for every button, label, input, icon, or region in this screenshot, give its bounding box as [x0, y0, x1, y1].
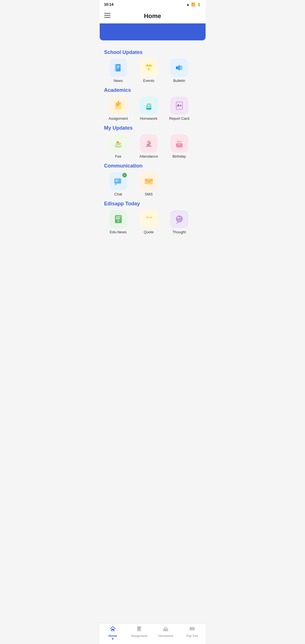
- attendance-item[interactable]: Attendance: [135, 134, 163, 158]
- events-label: Events: [143, 79, 154, 83]
- svg-rect-42: [116, 180, 119, 180]
- svg-point-54: [177, 217, 179, 219]
- bottom-navigation: Home Assignment Homework: [100, 623, 206, 644]
- top-header: Home: [100, 9, 206, 23]
- thought-label: Thought: [173, 230, 186, 234]
- reportcard-label: Report Card: [169, 116, 189, 121]
- svg-rect-9: [145, 65, 152, 67]
- chat-item[interactable]: ✓ Chat: [104, 172, 132, 196]
- homework-icon-bg: [140, 97, 158, 115]
- events-item[interactable]: ★ Events: [135, 59, 163, 83]
- edunews-item[interactable]: e Edu-News: [104, 210, 132, 234]
- svg-rect-24: [147, 108, 151, 109]
- bulletin-icon-bg: [170, 59, 188, 77]
- svg-point-20: [118, 101, 119, 103]
- svg-rect-7: [117, 68, 119, 68]
- svg-point-57: [177, 223, 177, 224]
- page-title: Home: [144, 12, 161, 20]
- sms-item[interactable]: SMS: [135, 172, 163, 196]
- svg-text:TS: TS: [116, 142, 119, 143]
- svg-rect-40: [180, 141, 180, 144]
- svg-text:": ": [149, 215, 152, 222]
- svg-rect-23: [148, 107, 149, 108]
- svg-rect-12: [150, 64, 151, 66]
- communication-section: Communication ✓ Chat: [104, 163, 201, 196]
- nav-assignment-label: Assignment: [131, 634, 147, 638]
- birthday-item[interactable]: Birthday: [165, 134, 193, 158]
- quote-label: Quote: [144, 230, 154, 234]
- payfee-nav-icon: [189, 626, 195, 634]
- nav-home-label: Home: [108, 634, 117, 638]
- communication-grid: ✓ Chat SMS: [104, 172, 201, 196]
- svg-rect-65: [165, 630, 167, 631]
- svg-rect-39: [178, 141, 178, 144]
- birthday-label: Birthday: [173, 154, 186, 158]
- battery-icon: 🔋: [197, 3, 201, 6]
- home-nav-icon: [110, 626, 116, 634]
- nav-home[interactable]: Home: [103, 626, 123, 639]
- attendance-label: Attendance: [140, 154, 158, 158]
- chat-icon-bg: ✓: [109, 172, 127, 190]
- svg-rect-63: [138, 629, 139, 630]
- svg-rect-38: [177, 144, 182, 145]
- svg-text:★: ★: [147, 67, 150, 71]
- reportcard-item[interactable]: A+ Report Card: [165, 97, 193, 121]
- news-item[interactable]: News: [104, 59, 132, 83]
- school-updates-section: School Updates News: [104, 49, 201, 83]
- svg-text:e: e: [117, 219, 119, 223]
- reportcard-icon-bg: A+: [170, 97, 188, 115]
- nav-payfee-label: Pay Fee: [186, 634, 198, 638]
- assignment-icon-bg: [109, 97, 127, 115]
- svg-rect-60: [137, 626, 141, 631]
- svg-rect-47: [116, 217, 120, 218]
- nav-active-indicator: [112, 638, 114, 639]
- svg-rect-67: [190, 628, 195, 629]
- assignment-nav-icon: [136, 626, 142, 634]
- edunews-icon-bg: e: [109, 210, 127, 228]
- svg-rect-68: [190, 629, 191, 630]
- my-updates-section: My Updates TS Fee: [104, 125, 201, 158]
- edisapp-today-section: Edisapp Today e Edu-News: [104, 201, 201, 234]
- nav-payfee[interactable]: Pay Fee: [182, 626, 202, 639]
- news-icon-bg: [109, 59, 127, 77]
- hamburger-menu-icon[interactable]: [104, 12, 110, 20]
- status-bar: 10:14 ▲ 📶 🔋: [100, 0, 206, 9]
- news-label: News: [114, 79, 123, 83]
- quote-item[interactable]: " " Quote: [135, 210, 163, 234]
- svg-rect-18: [116, 106, 118, 106]
- edunews-label: Edu-News: [110, 230, 127, 234]
- svg-rect-61: [138, 627, 140, 628]
- svg-rect-59: [112, 630, 113, 631]
- svg-point-35: [148, 141, 149, 142]
- communication-title: Communication: [104, 163, 201, 169]
- school-updates-grid: News ★ Events: [104, 59, 201, 83]
- wifi-icon: ▲: [186, 3, 190, 6]
- svg-rect-6: [117, 67, 119, 67]
- svg-text:": ": [146, 215, 149, 222]
- bulletin-item[interactable]: Bulletin: [165, 59, 193, 83]
- homework-label: Homework: [140, 116, 157, 121]
- academics-grid: Assignment Homewor: [104, 97, 201, 121]
- svg-rect-11: [147, 64, 148, 66]
- svg-rect-41: [114, 179, 121, 184]
- thought-item[interactable]: Thought: [165, 210, 193, 234]
- nav-homework[interactable]: Homework: [156, 626, 176, 639]
- svg-rect-2: [104, 17, 110, 18]
- academics-section: Academics Assignment: [104, 87, 201, 121]
- svg-point-55: [180, 217, 181, 218]
- homework-item[interactable]: Homework: [135, 97, 163, 121]
- svg-rect-43: [116, 181, 118, 182]
- svg-point-25: [150, 104, 151, 105]
- fee-item[interactable]: TS Fee: [104, 134, 132, 158]
- homework-nav-icon: [163, 626, 169, 634]
- main-content: School Updates News: [100, 40, 206, 241]
- academics-title: Academics: [104, 87, 201, 93]
- nav-assignment[interactable]: Assignment: [129, 626, 149, 639]
- svg-point-56: [177, 222, 178, 223]
- svg-rect-16: [116, 103, 121, 104]
- status-icons: ▲ 📶 🔋: [186, 3, 201, 6]
- thought-icon-bg: [170, 210, 188, 228]
- page-body: School Updates News: [100, 40, 206, 264]
- status-time: 10:14: [104, 2, 114, 6]
- assignment-item[interactable]: Assignment: [104, 97, 132, 121]
